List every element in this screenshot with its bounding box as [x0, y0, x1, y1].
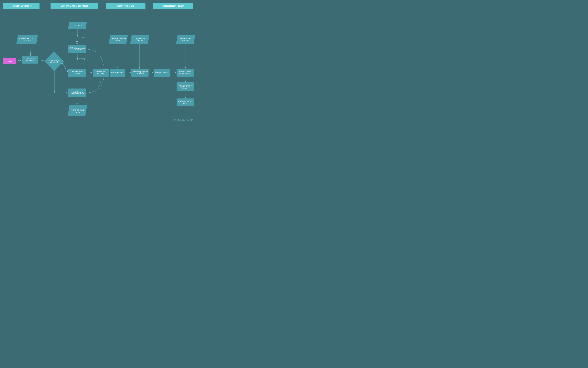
lucas-clearing-node: LUCAS Forest Clearing	[130, 35, 149, 44]
header-detect-harvest: Detect Recent Harvest	[153, 3, 193, 9]
spatial-layer-node: Spatial layer and age class	[176, 99, 194, 106]
backtrans-label: Backtrans...	[78, 37, 86, 38]
header-refine-age-class: Refine Age Class	[106, 3, 146, 9]
indufor-node: Indufor internal datasets	[68, 69, 86, 77]
copyright-text: © GeoInsight Ltd June 2024	[174, 119, 193, 121]
lidar-diamond-node: LIDAR available within AOI?	[44, 51, 64, 71]
sentinel2-recent-node: Sentinel-2 recent harvest detection	[176, 69, 194, 77]
initial-post-node: Initial post process	[154, 69, 170, 77]
lidar-height-node: LiDAR height/age model on segments	[68, 45, 86, 53]
start-node: Start	[3, 58, 16, 64]
derive-initial-node: Derive initial boundaries	[22, 56, 38, 64]
svg-line-7	[61, 61, 68, 72]
no-label: No	[52, 69, 54, 70]
landsat-node: Landsat time-series 2000+ to find harves…	[68, 105, 87, 116]
hansen-change-node: Hansen Global Forest Change	[109, 35, 128, 44]
header-build-age-class: Build Initial Age Class Model	[51, 3, 98, 9]
validating-label: Validating	[102, 69, 108, 70]
lcdb-node: LCDB V5.0 and Topo 1:50k Exotic	[16, 35, 38, 44]
predicting-label: Predicting	[78, 58, 85, 60]
header-plantation-boundaries: Plantation Boundaries	[3, 3, 39, 9]
fill-lucas-node: Fill remaining gaps with LUCAS data	[131, 69, 148, 77]
svg-line-3	[30, 44, 31, 56]
pgf-lidar-node: PGF LiDAR	[68, 22, 87, 29]
apply-hansen-node: Apply Hansen data	[110, 69, 125, 77]
post-process-node: Post process, remove small features, smo…	[176, 83, 194, 91]
satellite-imagery-node: Satellite imagery (Landtrendr) model	[68, 89, 86, 97]
svg-line-2	[16, 60, 22, 61]
yes-label: Yes	[61, 63, 64, 65]
sentinel2-diff-node: Sentinel 2 image difference	[176, 35, 195, 44]
